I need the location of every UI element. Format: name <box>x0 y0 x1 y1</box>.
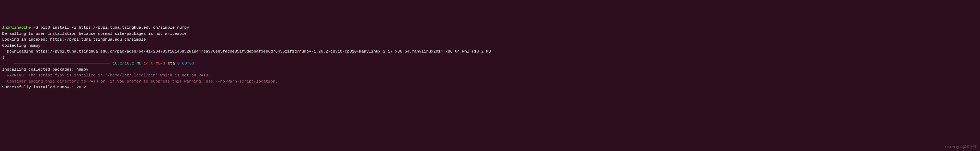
output-indexes: Looking in indexes: https://pypi.tuna.ts… <box>2 38 146 42</box>
output-warning-2: Consider adding this directory to PATH o… <box>2 79 278 84</box>
progress-eta-label: eta <box>165 61 175 66</box>
output-closing-paren: ) <box>2 55 5 60</box>
prompt-separator: : <box>31 25 33 30</box>
prompt-path: ~ <box>33 25 36 30</box>
command-text <box>38 25 40 30</box>
output-downloading: Downloading https://pypi.tuna.tsinghua.e… <box>2 49 491 54</box>
terminal-output[interactable]: lhz@lihaozhe:~$ pip3 install -i https://… <box>2 25 978 91</box>
output-default-msg: Defaulting to user installation because … <box>2 31 186 36</box>
prompt-line: lhz@lihaozhe:~$ pip3 install -i https://… <box>2 25 189 30</box>
progress-line: ━━━━━━━━━━━━━━━━━━━━━━━━━━━━━━━━━━━━━━━━… <box>2 61 194 66</box>
command-text: pip3 install -i https://pypi.tuna.tsingh… <box>40 25 189 30</box>
prompt-symbol: $ <box>36 25 38 30</box>
output-success: Successfully installed numpy-1.26.2 <box>2 85 86 90</box>
output-warning-1: WARNING: The script f2py is installed in… <box>2 73 210 78</box>
prompt-user-host: lhz@lihaozhe <box>2 25 31 30</box>
output-installing: Installing collected packages: numpy <box>2 68 88 72</box>
progress-speed: 14.0 MB/s <box>141 61 165 66</box>
progress-bar: ━━━━━━━━━━━━━━━━━━━━━━━━━━━━━━━━━━━━━━━━ <box>2 61 110 67</box>
output-collecting: Collecting numpy <box>2 44 40 48</box>
progress-eta: 0:00:00 <box>175 61 194 66</box>
progress-size: 18.2/18.2 MB <box>110 61 141 66</box>
